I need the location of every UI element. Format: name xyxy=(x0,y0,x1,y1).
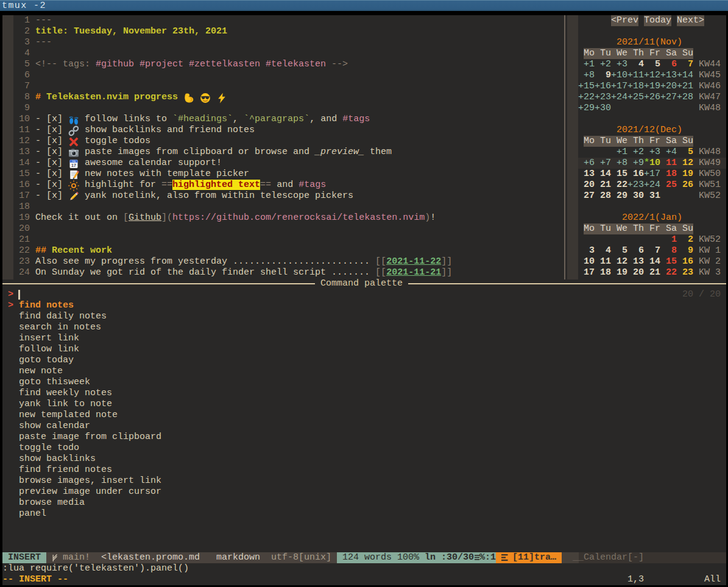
svg-text:July: July xyxy=(72,160,76,163)
svg-text:17: 17 xyxy=(71,163,76,167)
